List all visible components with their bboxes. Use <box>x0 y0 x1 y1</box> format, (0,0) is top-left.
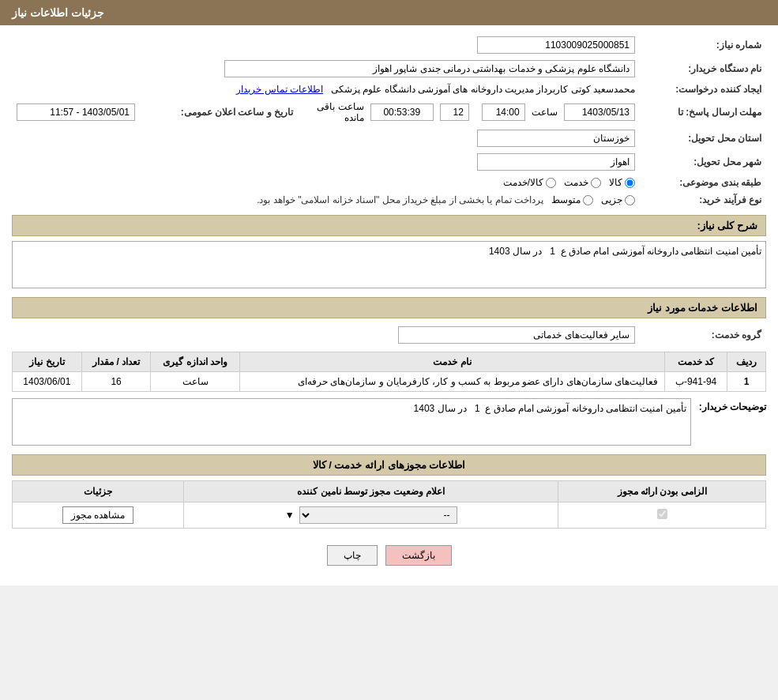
purchase-type-value: جزیی متوسط پرداخت تمام یا بخشی از مبلغ خ… <box>12 191 640 209</box>
deadline-value: 1403/05/13 ساعت 14:00 12 00:53:39 ساعت ب… <box>298 98 640 126</box>
description-section: شرح کلی نیاز: تأمین امنیت انتظامی داروخا… <box>12 215 766 291</box>
table-row: 1 941-94-ب فعالیت‌های سازمان‌های دارای ع… <box>13 372 766 392</box>
purchase-note: پرداخت تمام یا بخشی از مبلغ خریداز محل "… <box>257 194 543 205</box>
purchase-type-label: نوع فرآیند خرید: <box>640 191 766 209</box>
col-date: تاریخ نیاز <box>13 352 82 372</box>
service-group-value: سایر فعالیت‌های خدماتی <box>12 323 640 347</box>
permits-status-select[interactable]: -- <box>299 506 457 524</box>
col-code: کد خدمت <box>665 352 727 372</box>
buyer-notes-textarea[interactable]: تأمین امنیت انتظامی داروخانه آموزشی امام… <box>12 398 691 446</box>
city-value: اهواز <box>298 150 640 174</box>
announcement-label: تاریخ و ساعت اعلان عمومی: <box>140 98 298 126</box>
description-textarea[interactable]: تأمین امنیت انتظامی داروخانه آموزشی امام… <box>12 241 766 288</box>
main-info-table: شماره نیاز: 1103009025000851 نام دستگاه … <box>12 33 766 209</box>
permits-section-title: اطلاعات مجوزهای ارائه خدمت / کالا <box>12 454 766 476</box>
buyer-org-row: نام دستگاه خریدار: دانشگاه علوم پزشکی و … <box>12 57 766 81</box>
category-row: طبقه بندی موضوعی: کالا خدمت کالا/خدمت <box>12 174 766 191</box>
buyer-org-display: دانشگاه علوم پزشکی و خدمات بهداشتی درمان… <box>224 60 635 77</box>
description-title: شرح کلی نیاز: <box>12 215 766 236</box>
need-number-value: 1103009025000851 <box>298 33 640 57</box>
deadline-date: 1403/05/13 <box>564 103 635 121</box>
back-button[interactable]: بازگشت <box>385 545 452 566</box>
countdown-time: 00:53:39 <box>370 103 434 121</box>
purchase-type-row: نوع فرآیند خرید: جزیی متوسط پرداخت تمام … <box>12 191 766 209</box>
category-value: کالا خدمت کالا/خدمت <box>12 174 640 191</box>
need-number-row: شماره نیاز: 1103009025000851 <box>12 33 766 57</box>
province-row: استان محل تحویل: خوزستان <box>12 126 766 150</box>
service-group-table: گروه خدمت: سایر فعالیت‌های خدماتی <box>12 323 766 347</box>
permits-detail-cell: مشاهده مجوز <box>13 502 184 529</box>
time-label: ساعت <box>532 107 558 118</box>
deadline-row: مهلت ارسال پاسخ: تا 1403/05/13 ساعت 14:0… <box>12 98 766 126</box>
deadline-days: 12 <box>440 103 469 121</box>
service-group-display: سایر فعالیت‌های خدماتی <box>398 326 635 344</box>
col-quantity: تعداد / مقدار <box>81 352 151 372</box>
permits-section: اطلاعات مجوزهای ارائه خدمت / کالا الزامی… <box>12 454 766 529</box>
province-label: استان محل تحویل: <box>640 126 766 150</box>
buyer-notes-label: توضیحات خریدار: <box>699 398 766 412</box>
category-option-both[interactable]: کالا/خدمت <box>503 177 556 188</box>
buyer-org-value: دانشگاه علوم پزشکی و خدمات بهداشتی درمان… <box>12 57 640 81</box>
need-number-label: شماره نیاز: <box>640 33 766 57</box>
need-number-display: 1103009025000851 <box>477 36 635 54</box>
footer-buttons: بازگشت چاپ <box>12 533 766 578</box>
creator-value: محمدسعید کوتی کاربرداز مدیریت داروخانه ه… <box>12 81 640 98</box>
category-label: طبقه بندی موضوعی: <box>640 174 766 191</box>
col-row-num: ردیف <box>727 352 766 372</box>
permits-table: الزامی بودن ارائه مجوز اعلام وضعیت مجوز … <box>12 480 766 529</box>
row-quantity: 16 <box>81 372 151 392</box>
page-header: جزئیات اطلاعات نیاز <box>0 0 778 25</box>
col-unit: واحد اندازه گیری <box>151 352 239 372</box>
category-option-goods[interactable]: کالا <box>609 177 635 188</box>
services-section: اطلاعات خدمات مورد نیاز گروه خدمت: سایر … <box>12 297 766 392</box>
col-name: نام خدمت <box>239 352 664 372</box>
announcement-value: 1403/05/01 - 11:57 <box>12 98 140 126</box>
deadline-time: 14:00 <box>482 103 525 121</box>
creator-row: ایجاد کننده درخواست: محمدسعید کوتی کاربر… <box>12 81 766 98</box>
print-button[interactable]: چاپ <box>327 545 378 566</box>
main-content: شماره نیاز: 1103009025000851 نام دستگاه … <box>0 25 778 585</box>
services-section-title: اطلاعات خدمات مورد نیاز <box>12 297 766 318</box>
province-value: خوزستان <box>298 126 640 150</box>
city-row: شهر محل تحویل: اهواز <box>12 150 766 174</box>
permits-row: -- ▼ مشاهده مجوز <box>13 502 766 529</box>
announcement-display: 1403/05/01 - 11:57 <box>17 103 135 121</box>
remaining-label: ساعت باقی مانده <box>303 101 364 123</box>
view-permit-button[interactable]: مشاهده مجوز <box>62 506 133 524</box>
permits-col-detail: جزئیات <box>13 481 184 502</box>
deadline-label: مهلت ارسال پاسخ: تا <box>640 98 766 126</box>
buyer-notes-section: توضیحات خریدار: تأمین امنیت انتظامی دارو… <box>12 398 766 448</box>
page-wrapper: جزئیات اطلاعات نیاز شماره نیاز: 11030090… <box>0 0 778 585</box>
services-table: ردیف کد خدمت نام خدمت واحد اندازه گیری ت… <box>12 352 766 392</box>
chevron-down-icon: ▼ <box>285 510 295 521</box>
buyer-org-label: نام دستگاه خریدار: <box>640 57 766 81</box>
page-title: جزئیات اطلاعات نیاز <box>12 6 104 19</box>
category-option-service[interactable]: خدمت <box>564 177 601 188</box>
creator-contact-link[interactable]: اطلاعات تماس خریدار <box>236 84 323 95</box>
city-display: اهواز <box>477 153 635 171</box>
permits-col-required: الزامی بودن ارائه مجوز <box>558 481 766 502</box>
row-unit: ساعت <box>151 372 239 392</box>
purchase-option-medium[interactable]: متوسط <box>551 194 593 205</box>
purchase-option-minor[interactable]: جزیی <box>601 194 635 205</box>
row-code: 941-94-ب <box>665 372 727 392</box>
row-date: 1403/06/01 <box>13 372 82 392</box>
creator-label: ایجاد کننده درخواست: <box>640 81 766 98</box>
row-num: 1 <box>727 372 766 392</box>
service-group-label: گروه خدمت: <box>640 323 766 347</box>
permits-required-cell <box>558 502 766 529</box>
creator-name: محمدسعید کوتی کاربرداز مدیریت داروخانه ه… <box>331 84 635 95</box>
province-display: خوزستان <box>477 130 635 147</box>
permits-status-cell: -- ▼ <box>183 502 558 529</box>
city-label: شهر محل تحویل: <box>640 150 766 174</box>
row-service-name: فعالیت‌های سازمان‌های دارای عضو مربوط به… <box>239 372 664 392</box>
permits-col-status: اعلام وضعیت مجوز توسط نامین کننده <box>183 481 558 502</box>
permits-required-checkbox <box>657 509 667 519</box>
